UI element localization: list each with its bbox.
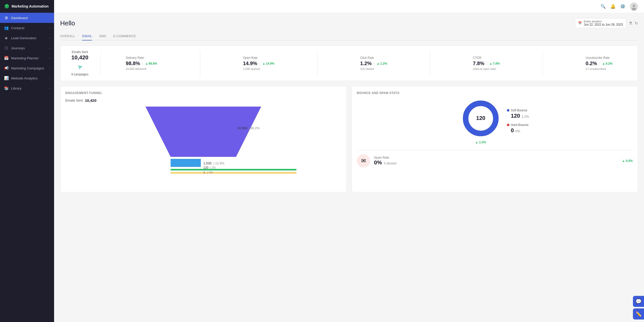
delivery-rate-label: Delivery Rate (126, 56, 157, 60)
svg-rect-6 (171, 172, 296, 173)
chevron-icon: › (49, 26, 50, 29)
soft-bounce-pct: 1.2% (521, 115, 529, 118)
open-rate-value: 14.9% (243, 61, 257, 66)
hard-bounce-label: Hard Bounce (511, 123, 529, 127)
edit-icon: ✏️ (635, 311, 642, 317)
svg-text:1,530: 1,530 (203, 161, 212, 165)
edit-fab[interactable]: ✏️ (633, 308, 644, 319)
date-to: Jun 28, 2023 (606, 23, 623, 26)
chevron-icon: › (49, 57, 50, 60)
donut-pct-label: ▲ 1.2% (475, 141, 486, 144)
chevron-icon: › (49, 67, 50, 70)
hard-bounce-pct: 0% (515, 129, 520, 133)
bounce-inner: 120 ▲ 1.2% Soft Bounce 120 1. (357, 98, 633, 144)
click-rate-value: 1.2% (360, 61, 372, 66)
sidebar-item-website-analytics[interactable]: 📊 Website Analytics › (0, 73, 54, 83)
ctor-metric: CTOR 7.8% | ▲ 7.8% (click-to-open rate) (473, 56, 500, 70)
calendar-icon: 📅 (578, 21, 582, 25)
sidebar-item-label: Marketing Planner (11, 56, 39, 60)
dashboard-icon: ⊞ (4, 16, 9, 20)
sidebar-item-dashboard[interactable]: ⊞ Dashboard (0, 13, 54, 23)
chevron-icon: › (49, 77, 50, 80)
delivery-rate-sub: 10,300 delivered (126, 67, 157, 70)
refresh-icon[interactable]: ↻ (635, 21, 638, 26)
tab-sms[interactable]: SMS (99, 32, 106, 40)
sidebar-item-lead-generation[interactable]: ◈ Lead Generation › (0, 33, 54, 43)
open-rate-label: Open Rate (243, 56, 274, 60)
campaigns-label: 9 campaigns (71, 73, 88, 76)
click-rate-metric: Click Rate 1.2% | ▲ 1.2% 120 clicked (360, 56, 387, 70)
spam-section: ✉ Spam Rate 0% 0 abused ▲ 0.0% (357, 150, 633, 167)
app-logo[interactable]: Marketing Automation (0, 0, 54, 13)
ctor-sub: (click-to-open rate) (473, 67, 500, 70)
funnel-header: Emails Sent 10,420 (65, 98, 341, 103)
click-rate-label: Click Rate (360, 56, 387, 60)
hard-bounce-dot (507, 124, 509, 126)
engagement-funnel-panel: ENGAGEMENT FUNNEL Emails Sent 10,420 (60, 86, 347, 192)
soft-bounce-dot (507, 109, 509, 112)
emails-sent-value: 10,420 (71, 54, 88, 61)
date-range-picker[interactable]: 📅 Entire duration Jun 22, 2022 to Jun 28… (575, 18, 626, 28)
chevron-icon: › (49, 87, 50, 90)
svg-text:|  12.8%: | 12.8% (213, 161, 224, 165)
delivery-rate-badge: ▲ 98.8% (145, 62, 157, 65)
settings-icon[interactable]: ⚙️ (620, 4, 625, 9)
emails-sent-label: Emails Sent (72, 50, 88, 54)
library-icon: 📚 (4, 86, 9, 90)
main-area: 🔍 🔔 ⚙️ Hello 📅 Entire duration Jun 22, 2… (54, 0, 644, 322)
bounce-title: BOUNCE AND SPAM STATS (357, 91, 633, 95)
spam-badge: ▲ 0.0% (622, 159, 633, 163)
search-icon[interactable]: 🔍 (600, 4, 606, 9)
donut-wrap: 120 ▲ 1.2% (461, 98, 501, 144)
svg-text:|  1%: | 1% (210, 166, 216, 169)
chevron-icon: › (49, 47, 50, 50)
sidebar: Marketing Automation ⊞ Dashboard 👥 Conta… (0, 0, 54, 322)
date-from: Jun 22, 2022 (584, 23, 601, 26)
sidebar-item-label: Marketing Campaigns (11, 66, 44, 70)
bottom-panels: ENGAGEMENT FUNNEL Emails Sent 10,420 (60, 86, 638, 192)
divider (430, 50, 430, 76)
svg-rect-5 (171, 169, 296, 170)
sidebar-item-journeys[interactable]: ⬡ Journeys › (0, 43, 54, 53)
sidebar-item-label: Journeys (11, 46, 25, 50)
tab-ecommerce[interactable]: E-COMMERCE (113, 32, 136, 40)
sidebar-item-marketing-planner[interactable]: 📅 Marketing Planner › (0, 53, 54, 63)
funnel-emails-value: 10,420 (85, 98, 96, 103)
chat-fab[interactable]: 💬 (633, 296, 644, 307)
app-name: Marketing Automation (12, 4, 49, 8)
tab-overall[interactable]: OVERALL (60, 32, 75, 40)
journeys-icon: ⬡ (4, 46, 9, 50)
chat-icon: 💬 (635, 298, 642, 304)
topbar-icons: 🔍 🔔 ⚙️ (600, 3, 638, 11)
contacts-icon: 👥 (4, 26, 9, 30)
avatar[interactable] (630, 3, 638, 11)
ctor-value: 7.8% (473, 61, 485, 66)
content-header: Hello 📅 Entire duration Jun 22, 2022 to … (60, 18, 638, 28)
page-title: Hello (60, 19, 75, 27)
spam-abused: 0 abused (384, 162, 396, 165)
sidebar-item-contacts[interactable]: 👥 Contacts › (0, 23, 54, 33)
spam-info: Spam Rate 0% 0 abused (374, 156, 618, 166)
divider (543, 50, 543, 76)
emails-sent-stat: Emails Sent 10,420 ➤ 9 campaigns (65, 50, 101, 76)
unsub-rate-metric: Unsubscribe Rate 0.2% | ▲ 0.2% 17 unsubs… (586, 56, 613, 70)
date-range-label: Entire duration (584, 20, 623, 23)
sidebar-item-marketing-campaigns[interactable]: 📢 Marketing Campaigns › (0, 63, 54, 73)
spam-icon-wrap: ✉ (357, 154, 370, 167)
funnel-title: ENGAGEMENT FUNNEL (65, 91, 341, 95)
soft-bounce-label: Soft Bounce (511, 109, 527, 112)
svg-text:|  86.2%: | 86.2% (249, 126, 260, 130)
click-rate-sub: 120 clicked (360, 67, 387, 70)
sidebar-item-label: Lead Generation (11, 36, 36, 40)
planner-icon: 📅 (4, 56, 9, 60)
svg-point-1 (633, 5, 635, 7)
bell-icon[interactable]: 🔔 (610, 4, 616, 9)
content: Hello 📅 Entire duration Jun 22, 2022 to … (54, 13, 644, 322)
tab-email[interactable]: EMAIL (82, 32, 92, 40)
sidebar-item-library[interactable]: 📚 Library › (0, 83, 54, 93)
stats-card: Emails Sent 10,420 ➤ 9 campaigns Deliver… (60, 45, 638, 81)
svg-text:|  0%: | 0% (207, 171, 213, 174)
filter-icon[interactable]: ⚗ (629, 21, 632, 26)
ctor-label: CTOR (473, 56, 500, 60)
stat-metrics: Delivery Rate 98.8% | ▲ 98.8% 10,300 del… (101, 50, 633, 76)
